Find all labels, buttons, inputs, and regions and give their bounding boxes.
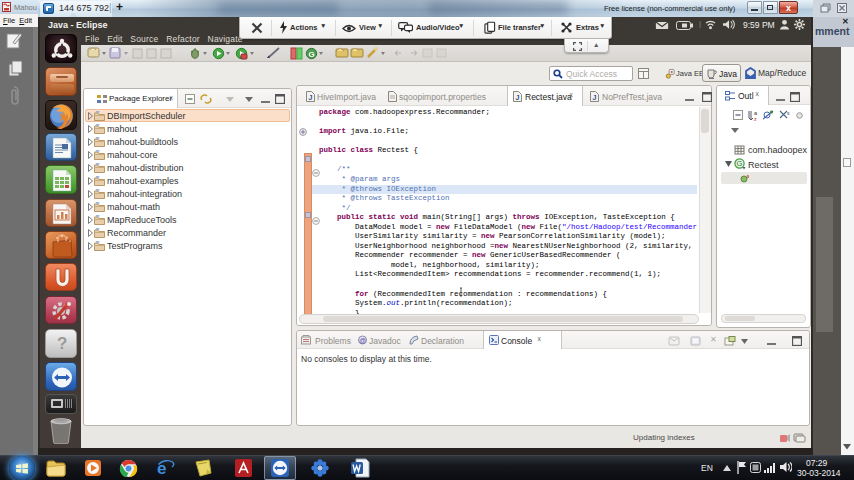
svg-text:J: J <box>309 94 313 101</box>
svg-text:z: z <box>754 116 757 121</box>
svg-text:G: G <box>737 159 743 168</box>
svg-text:s: s <box>747 174 750 179</box>
svg-text:J: J <box>516 94 520 101</box>
svg-text:G: G <box>308 50 314 59</box>
svg-text:J: J <box>593 94 597 101</box>
svg-text:@: @ <box>359 337 366 344</box>
svg-text:s: s <box>787 110 790 116</box>
